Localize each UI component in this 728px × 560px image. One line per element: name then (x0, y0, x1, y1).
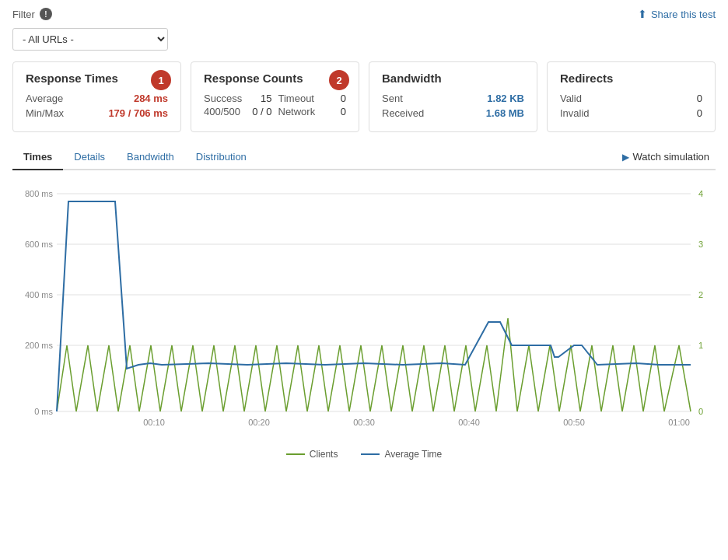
svg-text:800 ms: 800 ms (25, 189, 54, 198)
svg-text:4: 4 (698, 189, 703, 198)
card-row-average: Average 284 ms (26, 93, 168, 104)
url-select[interactable]: - All URLs - (12, 28, 168, 51)
legend-line-green (286, 453, 305, 455)
share-icon: ⬆ (638, 8, 647, 20)
rc-value-success: 15 (257, 93, 272, 104)
rc-timeout: Timeout 0 (278, 93, 347, 104)
filter-label: Filter ! (12, 8, 52, 20)
svg-text:1: 1 (698, 341, 703, 350)
watch-simulation-button[interactable]: ▶ Watch simulation (616, 148, 716, 166)
card-label-received: Received (382, 107, 424, 119)
chart-container: 800 ms 600 ms 400 ms 200 ms 0 ms 4 3 2 1… (12, 178, 716, 460)
top-bar: Filter ! ⬆ Share this test (12, 8, 716, 20)
info-icon: ! (40, 8, 52, 20)
chart-legend: Clients Average Time (12, 449, 716, 460)
card-value-received: 1.68 MB (486, 107, 524, 119)
share-label: Share this test (651, 9, 716, 20)
tab-times[interactable]: Times (12, 145, 63, 170)
card-response-times: Response Times 1 Average 284 ms Min/Max … (12, 61, 181, 132)
svg-text:00:20: 00:20 (248, 418, 270, 427)
card-response-times-title: Response Times (26, 72, 168, 85)
card-label-valid: Valid (560, 93, 582, 104)
rc-label-network: Network (278, 106, 316, 117)
card-bandwidth: Bandwidth Sent 1.82 KB Received 1.68 MB (369, 61, 537, 132)
card-bandwidth-title: Bandwidth (382, 72, 524, 85)
legend-avg-time: Average Time (361, 449, 442, 460)
cards-container: Response Times 1 Average 284 ms Min/Max … (12, 61, 716, 132)
rc-label-timeout: Timeout (278, 93, 314, 104)
average-time-line (57, 201, 691, 411)
svg-text:00:10: 00:10 (143, 418, 165, 427)
card-row-sent: Sent 1.82 KB (382, 93, 524, 104)
rc-value-400500: 0 / 0 (252, 106, 271, 117)
card-value-minmax: 179 / 706 ms (108, 107, 168, 119)
svg-text:00:50: 00:50 (563, 418, 585, 427)
svg-text:600 ms: 600 ms (25, 240, 54, 249)
filter-text: Filter (12, 9, 35, 20)
rc-success: Success 15 (204, 93, 272, 104)
rc-value-timeout: 0 (331, 93, 346, 104)
chart-area: 800 ms 600 ms 400 ms 200 ms 0 ms 4 3 2 1… (12, 178, 716, 443)
clients-line (57, 318, 691, 411)
share-link[interactable]: ⬆ Share this test (638, 8, 716, 20)
card-response-counts-badge: 2 (329, 70, 349, 90)
tabs-bar: Times Details Bandwidth Distribution ▶ W… (12, 145, 716, 170)
card-value-invalid: 0 (697, 107, 702, 119)
card-row-valid: Valid 0 (560, 93, 702, 104)
svg-text:01:00: 01:00 (668, 418, 690, 427)
chart-svg: 800 ms 600 ms 400 ms 200 ms 0 ms 4 3 2 1… (12, 178, 716, 443)
tab-distribution[interactable]: Distribution (185, 145, 257, 170)
tab-bandwidth[interactable]: Bandwidth (116, 145, 185, 170)
card-response-counts-title: Response Counts (204, 72, 346, 85)
svg-text:00:40: 00:40 (458, 418, 480, 427)
card-label-invalid: Invalid (560, 107, 590, 119)
rc-label-400500: 400/500 (204, 106, 240, 117)
tab-details[interactable]: Details (63, 145, 116, 170)
svg-text:200 ms: 200 ms (25, 341, 54, 350)
legend-clients: Clients (286, 449, 338, 460)
card-redirects-title: Redirects (560, 72, 702, 85)
card-response-counts: Response Counts 2 Success 15 Timeout 0 4… (191, 61, 359, 132)
rc-label-success: Success (204, 93, 242, 104)
rc-value-network: 0 (331, 106, 346, 117)
svg-text:2: 2 (698, 290, 703, 299)
card-row-received: Received 1.68 MB (382, 107, 524, 119)
card-value-sent: 1.82 KB (487, 93, 524, 104)
watch-simulation-label: Watch simulation (633, 151, 710, 163)
card-redirects: Redirects Valid 0 Invalid 0 (547, 61, 716, 132)
card-label-sent: Sent (382, 93, 403, 104)
legend-clients-label: Clients (310, 449, 338, 460)
card-label-average: Average (26, 93, 63, 104)
svg-text:400 ms: 400 ms (25, 290, 54, 299)
response-counts-grid: Success 15 Timeout 0 400/500 0 / 0 Netwo… (204, 93, 346, 117)
legend-line-blue (361, 453, 380, 455)
card-response-times-badge: 1 (151, 70, 171, 90)
card-value-average: 284 ms (134, 93, 168, 104)
svg-text:0: 0 (698, 407, 703, 416)
card-row-invalid: Invalid 0 (560, 107, 702, 119)
rc-400500: 400/500 0 / 0 (204, 106, 272, 117)
svg-text:0 ms: 0 ms (34, 407, 53, 416)
card-label-minmax: Min/Max (26, 107, 64, 119)
legend-avg-time-label: Average Time (384, 449, 442, 460)
svg-text:3: 3 (698, 240, 703, 249)
rc-network: Network 0 (278, 106, 347, 117)
svg-text:00:30: 00:30 (353, 418, 375, 427)
play-icon: ▶ (622, 152, 629, 163)
card-row-minmax: Min/Max 179 / 706 ms (26, 107, 168, 119)
card-value-valid: 0 (697, 93, 702, 104)
